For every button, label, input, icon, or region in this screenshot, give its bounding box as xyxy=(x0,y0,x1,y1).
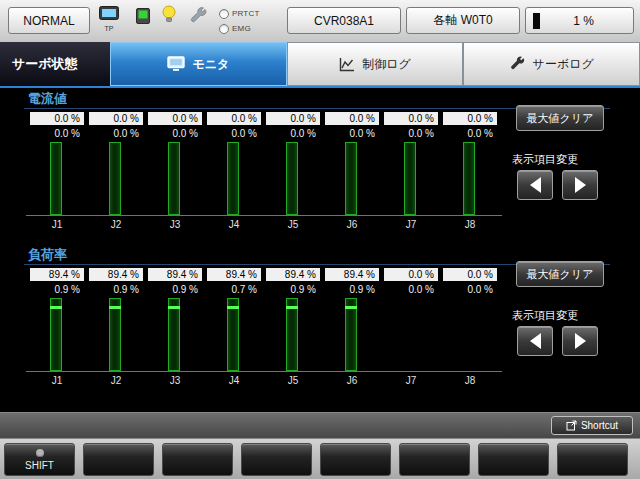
function-key[interactable] xyxy=(478,443,549,476)
max-value: 0.0 % xyxy=(384,268,438,281)
bar xyxy=(286,298,298,371)
max-value: 0.0 % xyxy=(266,112,320,125)
max-value: 89.4 % xyxy=(266,268,320,281)
joint-column: 0.0 %0.0 %J2 xyxy=(89,112,143,232)
function-key-shift[interactable]: SHIFT xyxy=(4,443,75,476)
axis-mode-button[interactable]: 各軸 W0T0 xyxy=(406,7,520,34)
function-key-row: SHIFT xyxy=(0,438,640,479)
tab-label: サーボログ xyxy=(533,56,594,73)
current-value: 0.0 % xyxy=(443,128,497,140)
tab-control-log[interactable]: 制御ログ xyxy=(287,42,464,86)
tab-monitor[interactable]: モニタ xyxy=(110,42,287,86)
joint-label: J4 xyxy=(207,374,261,388)
max-value: 0.0 % xyxy=(325,112,379,125)
joint-label: J2 xyxy=(89,218,143,232)
function-key[interactable] xyxy=(557,443,628,476)
joint-column: 89.4 %0.9 %J2 xyxy=(89,268,143,388)
current-value: 0.9 % xyxy=(89,284,143,296)
joint-label: J8 xyxy=(443,374,497,388)
shift-indicator-dot xyxy=(36,449,44,457)
current-value: 0.7 % xyxy=(207,284,261,296)
joint-label: J1 xyxy=(30,218,84,232)
max-marker xyxy=(227,306,239,309)
function-key[interactable] xyxy=(399,443,470,476)
function-key[interactable] xyxy=(241,443,312,476)
bar-graph xyxy=(443,142,497,215)
function-key[interactable] xyxy=(83,443,154,476)
max-value: 0.0 % xyxy=(207,112,261,125)
next-item-button[interactable] xyxy=(562,326,598,356)
max-marker xyxy=(50,306,62,309)
servo-monitor-screen: NORMAL TP PRTCT EMG xyxy=(0,0,640,479)
left-arrow-icon xyxy=(530,177,541,193)
tp-label: TP xyxy=(98,25,120,33)
current-value: 0.0 % xyxy=(30,128,84,140)
emg-label: EMG xyxy=(232,24,251,33)
max-value: 89.4 % xyxy=(207,268,261,281)
function-key[interactable] xyxy=(320,443,391,476)
function-key-label: SHIFT xyxy=(5,460,74,471)
max-value: 89.4 % xyxy=(148,268,202,281)
clear-max-button[interactable]: 最大値クリア xyxy=(516,261,604,287)
top-status-bar: NORMAL TP PRTCT EMG xyxy=(0,0,640,43)
bar-graph xyxy=(325,298,379,371)
joint-label: J6 xyxy=(325,218,379,232)
tab-bar: モニタ 制御ログ サーボログ xyxy=(110,42,640,86)
speed-override-button[interactable]: 1 % xyxy=(525,7,634,34)
graph-baseline xyxy=(26,371,502,372)
bar-graph xyxy=(89,142,143,215)
current-value: 0.0 % xyxy=(266,128,320,140)
tab-label: 制御ログ xyxy=(362,56,411,73)
prev-item-button[interactable] xyxy=(517,170,553,200)
mode-button[interactable]: NORMAL xyxy=(8,7,90,34)
current-value: 0.9 % xyxy=(266,284,320,296)
status-indicators: PRTCT EMG xyxy=(219,6,260,36)
max-marker xyxy=(168,306,180,309)
joint-column: 89.4 %0.9 %J5 xyxy=(266,268,320,388)
next-item-button[interactable] xyxy=(562,170,598,200)
bar xyxy=(463,142,475,215)
display-item-arrows xyxy=(517,170,598,200)
max-value: 89.4 % xyxy=(30,268,84,281)
display-item-arrows xyxy=(517,326,598,356)
tab-servo-log[interactable]: サーボログ xyxy=(463,42,640,86)
joint-column: 0.0 %0.0 %J8 xyxy=(443,268,497,388)
max-value: 0.0 % xyxy=(443,112,497,125)
joint-label: J7 xyxy=(384,374,438,388)
teach-pendant-icon: TP xyxy=(98,6,120,33)
joint-column: 89.4 %0.9 %J6 xyxy=(325,268,379,388)
function-key[interactable] xyxy=(162,443,233,476)
current-value: 0.0 % xyxy=(148,128,202,140)
bar-graph xyxy=(30,298,84,371)
prev-item-button[interactable] xyxy=(517,326,553,356)
bar xyxy=(50,142,62,215)
bar-graph xyxy=(30,142,84,215)
current-value: 0.0 % xyxy=(207,128,261,140)
current-value: 0.0 % xyxy=(325,128,379,140)
left-arrow-icon xyxy=(530,333,541,349)
joint-columns: 89.4 %0.9 %J189.4 %0.9 %J289.4 %0.9 %J38… xyxy=(30,268,497,388)
joint-label: J5 xyxy=(266,218,320,232)
bar-graph xyxy=(148,142,202,215)
shortcut-icon xyxy=(566,420,577,431)
bar-graph xyxy=(148,298,202,371)
joint-column: 0.0 %0.0 %J4 xyxy=(207,112,261,232)
change-display-label: 表示項目変更 xyxy=(512,308,578,323)
current-value: 0.9 % xyxy=(30,284,84,296)
current-value: 0.0 % xyxy=(89,128,143,140)
speed-gauge-bar xyxy=(533,13,540,29)
emg-row: EMG xyxy=(219,21,260,36)
page-title: サーボ状態 xyxy=(12,42,78,86)
max-value: 89.4 % xyxy=(325,268,379,281)
joint-column: 0.0 %0.0 %J5 xyxy=(266,112,320,232)
program-button[interactable]: CVR038A1 xyxy=(287,7,401,34)
bar xyxy=(227,298,239,371)
speed-value: 1 % xyxy=(540,14,627,28)
right-arrow-icon xyxy=(575,177,586,193)
control-log-icon xyxy=(339,57,355,72)
nav-bar: サーボ状態 モニタ 制御ログ サ xyxy=(0,42,640,88)
clear-max-button[interactable]: 最大値クリア xyxy=(516,105,604,131)
bar xyxy=(227,142,239,215)
tab-label: モニタ xyxy=(192,56,229,73)
shortcut-button[interactable]: Shortcut xyxy=(551,416,633,435)
